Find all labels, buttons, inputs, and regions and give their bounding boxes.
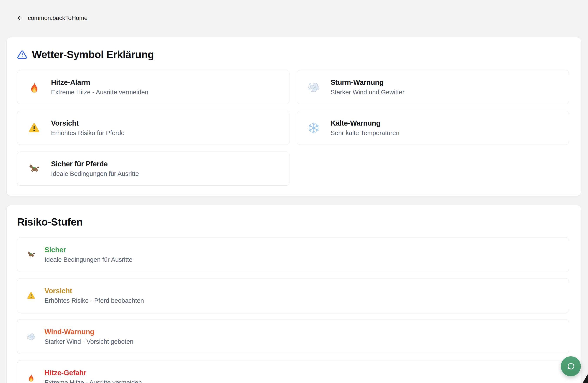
warning-emoji bbox=[27, 291, 35, 300]
weather-legend-item: Kälte-Warnung Sehr kalte Temperaturen bbox=[297, 111, 569, 145]
fire-emoji bbox=[27, 373, 35, 382]
risk-level-item: Vorsicht Erhöhtes Risiko - Pferd beobach… bbox=[17, 278, 569, 313]
risk-item-title: Sicher bbox=[44, 246, 132, 254]
weather-card-header: Wetter-Symbol Erklärung bbox=[17, 49, 569, 60]
warning-emoji bbox=[28, 122, 40, 134]
legend-item-title: Sicher für Pferde bbox=[51, 160, 139, 168]
weather-symbols-card: Wetter-Symbol Erklärung Hitze-Alarm Extr… bbox=[7, 37, 581, 196]
chat-launcher-button[interactable] bbox=[561, 356, 581, 376]
weather-legend-grid: Hitze-Alarm Extreme Hitze - Ausritte ver… bbox=[17, 70, 569, 186]
mouse-cursor bbox=[580, 374, 588, 383]
risk-item-title: Vorsicht bbox=[44, 287, 144, 295]
risk-item-title: Hitze-Gefahr bbox=[44, 369, 142, 377]
risk-levels-card: Risiko-Stufen Sicher Ideale Bedingungen … bbox=[7, 205, 581, 383]
risk-item-description: Starker Wind - Vorsicht geboten bbox=[44, 338, 133, 345]
legend-item-title: Vorsicht bbox=[51, 119, 125, 127]
arrow-left-icon bbox=[17, 14, 24, 22]
legend-item-description: Extreme Hitze - Ausritte vermeiden bbox=[51, 89, 148, 96]
back-to-home-link[interactable]: common.backToHome bbox=[17, 14, 87, 22]
risk-level-item: Hitze-Gefahr Extreme Hitze - Ausritte ve… bbox=[17, 360, 569, 383]
legend-item-title: Sturm-Warnung bbox=[331, 78, 404, 87]
legend-item-title: Kälte-Warnung bbox=[331, 119, 399, 127]
chat-bubble-icon bbox=[566, 362, 576, 371]
legend-item-description: Ideale Bedingungen für Ausritte bbox=[51, 170, 139, 178]
alert-triangle-icon bbox=[17, 50, 27, 60]
wind-emoji bbox=[308, 81, 320, 93]
weather-legend-item: Sturm-Warnung Starker Wind und Gewitter bbox=[297, 70, 569, 104]
risk-level-item: Wind-Warnung Starker Wind - Vorsicht geb… bbox=[17, 319, 569, 354]
risk-level-list: Sicher Ideale Bedingungen für Ausritte V… bbox=[17, 237, 569, 383]
snowflake-emoji bbox=[308, 122, 320, 134]
weather-legend-item: Hitze-Alarm Extreme Hitze - Ausritte ver… bbox=[17, 70, 290, 104]
legend-item-title: Hitze-Alarm bbox=[51, 78, 148, 87]
weather-legend-item: Vorsicht Erhöhtes Risiko für Pferde bbox=[17, 111, 290, 145]
risk-card-title: Risiko-Stufen bbox=[17, 216, 569, 228]
wind-emoji bbox=[27, 332, 35, 341]
risk-item-description: Erhöhtes Risiko - Pferd beobachten bbox=[44, 297, 144, 305]
weather-legend-item: Sicher für Pferde Ideale Bedingungen für… bbox=[17, 152, 290, 186]
legend-item-description: Sehr kalte Temperaturen bbox=[331, 129, 399, 137]
horse-emoji bbox=[28, 163, 40, 174]
page: common.backToHome Wetter-Symbol Erklärun… bbox=[0, 0, 588, 383]
weather-card-title: Wetter-Symbol Erklärung bbox=[32, 49, 154, 60]
legend-item-description: Erhöhtes Risiko für Pferde bbox=[51, 129, 125, 137]
horse-emoji bbox=[27, 250, 35, 259]
risk-level-item: Sicher Ideale Bedingungen für Ausritte bbox=[17, 237, 569, 272]
fire-emoji bbox=[28, 81, 40, 93]
risk-item-description: Extreme Hitze - Ausritte vermeiden bbox=[44, 379, 142, 383]
risk-item-title: Wind-Warnung bbox=[44, 328, 133, 336]
back-link-label: common.backToHome bbox=[28, 15, 87, 21]
risk-item-description: Ideale Bedingungen für Ausritte bbox=[44, 256, 132, 264]
legend-item-description: Starker Wind und Gewitter bbox=[331, 89, 404, 96]
